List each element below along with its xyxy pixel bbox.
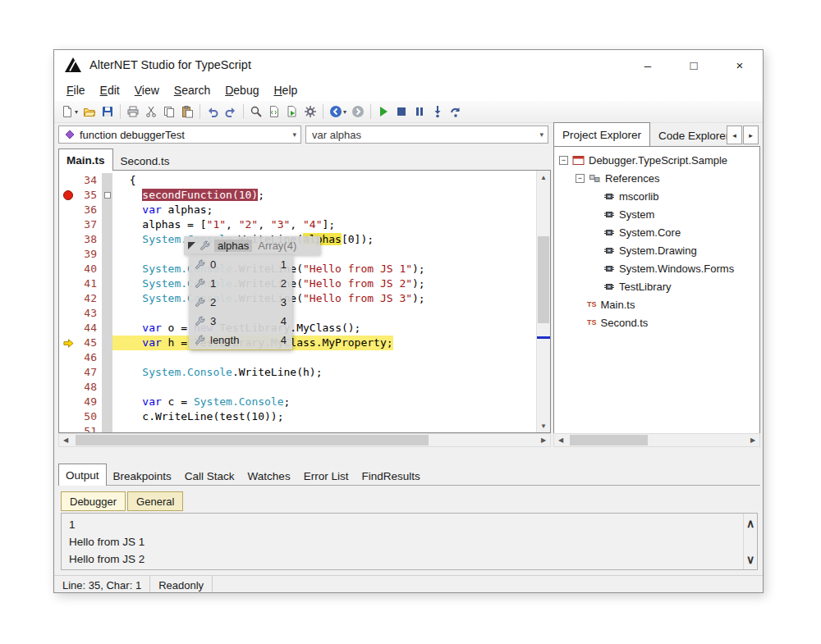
editor-horizontal-scrollbar[interactable]: ◀ ▶ [58,433,551,447]
breakpoint-margin[interactable] [59,395,77,409]
tree-item-second-ts[interactable]: TSSecond.ts [554,313,759,331]
tab-findresults[interactable]: FindResults [355,466,426,486]
breakpoint-margin[interactable] [59,232,77,247]
code-text[interactable]: { [112,173,135,188]
redo-button[interactable] [222,102,240,121]
tab-scroll-right-button[interactable]: ▸ [743,126,759,144]
breakpoint-margin[interactable] [59,291,77,306]
find-button[interactable] [247,102,265,121]
stop-debug-button[interactable] [392,102,410,121]
menu-item-help[interactable]: Help [266,81,305,99]
subtab-general[interactable]: General [127,491,183,511]
chevron-down-icon[interactable]: ▾ [292,126,296,143]
fold-margin[interactable] [102,306,112,321]
fold-margin[interactable] [102,217,112,232]
fold-margin[interactable] [102,232,112,247]
minimize-button[interactable]: – [625,50,671,80]
new-file-button[interactable]: ▾ [58,102,80,121]
copy-button[interactable] [160,102,178,121]
fold-margin[interactable] [102,291,112,306]
datatip-row[interactable]: length4 [189,331,292,349]
scroll-down-icon[interactable]: ▼ [537,419,550,432]
datatip-row[interactable]: 34 [189,312,292,331]
menu-item-edit[interactable]: Edit [93,81,127,99]
code-text[interactable]: System.Console.WriteLine(h); [112,365,322,380]
fold-margin[interactable] [102,276,112,291]
fold-margin[interactable] [102,247,112,262]
symbol-dropdown[interactable]: function debuggerTest ▾ [58,126,301,144]
fold-margin[interactable] [102,321,112,336]
tab-project-explorer[interactable]: Project Explorer [553,122,650,146]
breakpoint-margin[interactable] [59,306,77,321]
tree-item-system-core[interactable]: System.Core [554,223,759,241]
breakpoint-margin[interactable] [59,409,77,424]
breakpoint-margin[interactable] [59,262,77,276]
panel-horizontal-scrollbar[interactable]: ◀ ▶ [553,433,760,447]
pause-button[interactable] [410,102,429,121]
breakpoint-margin[interactable] [59,380,77,395]
scrollbar-thumb[interactable] [570,435,648,445]
tree-item-system-drawing[interactable]: System.Drawing [554,241,759,259]
editor-tab-main-ts[interactable]: Main.ts [58,148,113,171]
menu-item-view[interactable]: View [127,81,167,99]
tab-error-list[interactable]: Error List [297,466,355,486]
tree-item-main-ts[interactable]: TSMain.ts [554,295,759,313]
gear-button[interactable] [301,102,319,121]
tab-code-explorer[interactable]: Code Explorer [650,125,729,146]
cut-button[interactable] [142,102,160,121]
fold-margin[interactable] [102,365,112,380]
save-button[interactable] [99,102,117,121]
tree-item-debugger-typescript-sample[interactable]: Debugger.TypeScript.Sample [554,151,759,169]
menu-item-search[interactable]: Search [167,81,218,99]
scroll-up-icon[interactable]: ▲ [537,171,550,184]
tab-scroll-left-button[interactable]: ◂ [727,126,742,144]
fold-margin[interactable] [102,336,112,350]
tree-item-mscorlib[interactable]: mscorlib [554,187,759,205]
breakpoint-margin[interactable] [59,350,77,365]
tree-item-system-windows-forms[interactable]: System.Windows.Forms [554,259,759,277]
collapse-triangle-icon[interactable] [188,242,195,249]
navigate-back-button[interactable]: ▾ [327,102,349,121]
subtab-debugger[interactable]: Debugger [61,491,126,511]
editor-vertical-scrollbar[interactable]: ▲ ▼ [536,171,550,432]
run-script-button[interactable] [283,102,301,121]
script-button[interactable] [265,102,283,121]
code-text[interactable] [112,350,117,365]
code-text[interactable]: alphas = ["1", "2", "3", "4"]; [112,217,335,232]
fold-margin[interactable] [102,380,112,395]
breakpoint-margin[interactable] [59,203,77,217]
scroll-up-icon[interactable]: ∧ [744,515,757,532]
tree-item-testlibrary[interactable]: TestLibrary [554,277,759,295]
code-text[interactable]: c.WriteLine(test(10)); [112,409,284,424]
fold-marker-icon[interactable] [104,192,111,199]
paste-button[interactable] [178,102,196,121]
breakpoint-margin[interactable] [59,321,77,336]
datatip-row[interactable]: 01 [189,255,292,274]
breakpoint-margin[interactable] [59,247,77,262]
chevron-down-icon[interactable]: ▾ [539,126,544,143]
fold-margin[interactable] [102,350,112,365]
datatip-row[interactable]: 12 [189,274,292,293]
fold-margin[interactable] [102,409,112,424]
code-text[interactable] [112,306,117,321]
code-text[interactable] [112,247,117,262]
print-button[interactable] [124,102,142,121]
editor-tab-second-ts[interactable]: Second.ts [113,151,177,171]
scroll-left-icon[interactable]: ◀ [554,434,567,446]
expander-icon[interactable] [559,156,568,165]
search-dropdown[interactable]: var alphas ▾ [305,126,548,144]
navigate-forward-button[interactable] [349,102,367,121]
breakpoint-margin[interactable] [59,276,77,291]
tab-breakpoints[interactable]: Breakpoints [107,466,178,486]
code-text[interactable]: var c = System.Console; [112,395,290,409]
scrollbar-thumb[interactable] [76,435,429,445]
menu-item-file[interactable]: File [59,81,93,99]
start-debug-button[interactable] [374,102,392,121]
breakpoint-margin[interactable] [59,173,77,188]
expander-icon[interactable] [576,174,585,183]
tab-call-stack[interactable]: Call Stack [178,466,241,486]
breakpoint-icon[interactable] [63,190,73,200]
step-into-button[interactable] [429,102,447,121]
tab-output[interactable]: Output [58,464,107,486]
fold-margin[interactable] [102,424,112,432]
